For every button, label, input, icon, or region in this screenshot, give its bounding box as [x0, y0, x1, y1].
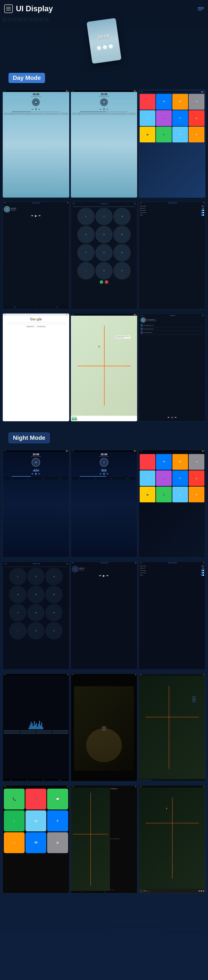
lm-list-item-2[interactable]: ♪ 华乐_经典_列表_总2.mp3 — [140, 327, 203, 331]
night-map-nav-1[interactable]: 📞 — [82, 891, 83, 892]
lm-list-item-3[interactable]: ♪ 华乐_经典_列表1.mp3 — [140, 331, 203, 334]
bt-prev[interactable]: ⏮ — [31, 214, 33, 217]
night-map-nav-2[interactable]: 🗺 — [104, 891, 105, 892]
call-btn[interactable]: 📞 — [100, 280, 103, 284]
night-app-waze[interactable]: W — [172, 487, 188, 502]
eq-nav-4[interactable]: AUTO — [59, 780, 61, 781]
night-nav-auto-2[interactable]: AUTO — [126, 478, 129, 479]
menu-icon[interactable] — [4, 5, 13, 13]
night-play-1[interactable]: ⏸ — [35, 472, 37, 476]
eq-nav-2[interactable]: 🎵 — [27, 780, 28, 781]
key-0[interactable]: 0 — [95, 262, 113, 280]
night-key-5[interactable]: 5 — [27, 586, 44, 603]
night-nav-map-1[interactable]: 🗺 — [43, 478, 44, 479]
prev-btn-2[interactable]: ⏮ — [100, 108, 101, 110]
night-key-0[interactable]: 0 — [27, 622, 44, 640]
eq-btn-6[interactable] — [20, 732, 36, 734]
night-nav-phone-1[interactable]: 📞 — [11, 478, 12, 479]
night-app-carplay[interactable]: 🚗 — [156, 471, 172, 486]
night-nav-music-2[interactable]: 🎵 — [95, 478, 96, 479]
eq-nav-3[interactable]: 🗺 — [43, 780, 44, 781]
night-app-music[interactable]: ♪ — [140, 454, 155, 470]
night-app-camera[interactable]: 📷 — [140, 487, 155, 502]
night-cp-apple-music[interactable]: ♫ — [4, 832, 25, 853]
night-app-youtube[interactable]: ▶ — [189, 487, 204, 502]
night-toggle-answer[interactable] — [201, 570, 204, 571]
night-nav-music-1[interactable]: 🎵 — [27, 478, 28, 479]
night-app-phone[interactable]: 📞 — [156, 487, 172, 502]
eq-btn-5[interactable] — [4, 732, 19, 734]
app-camera[interactable]: 📷 — [140, 127, 155, 142]
app-maps[interactable]: 🗺 — [156, 94, 172, 110]
night-toggle-connect[interactable] — [201, 572, 204, 573]
night-cp-spotify[interactable]: ♪ — [4, 810, 25, 831]
night-key-6[interactable]: 6 — [45, 586, 63, 603]
nav-music-1[interactable]: 🎵 — [27, 113, 28, 114]
end-call-btn[interactable]: 📵 — [105, 280, 108, 284]
google-lucky-btn[interactable]: I'm Feeling Lucky — [36, 325, 46, 328]
lm-play-btn[interactable]: ⏸ — [171, 416, 173, 419]
eq-btn-7[interactable] — [36, 732, 52, 734]
lm-prev-btn[interactable]: ⏮ — [168, 416, 169, 419]
night-cp-maps[interactable]: 🗺 — [25, 832, 46, 853]
nav-auto-1[interactable]: AUTO — [58, 113, 61, 114]
toggle-auto-connect[interactable] — [201, 212, 204, 213]
key-9[interactable]: 9 — [113, 244, 131, 261]
nav-auto[interactable]: AUTO — [56, 307, 58, 307]
night-app-bt[interactable]: BT — [172, 471, 188, 486]
lm-next-btn[interactable]: ⏭ — [175, 416, 176, 419]
map-go-button[interactable]: GO — [72, 418, 77, 420]
key-hash[interactable]: # — [113, 262, 131, 280]
google-search-bar[interactable] — [7, 322, 65, 325]
night-nav-map-2[interactable]: 🗺 — [111, 478, 112, 479]
night-app-photos[interactable]: 🖼 — [172, 454, 188, 470]
night-key-4[interactable]: 4 — [9, 586, 27, 603]
key-2[interactable]: 2 — [95, 208, 113, 225]
night-prev-2[interactable]: ⏮ — [100, 473, 101, 475]
next-btn-1[interactable]: ⏭ — [38, 108, 40, 110]
night-cp-podcast[interactable]: 🎙 — [47, 810, 68, 831]
google-search-btn[interactable]: Google Search — [26, 325, 35, 328]
night-cp-music[interactable]: 🎵 — [25, 789, 46, 810]
nav-dial[interactable]: 📞 — [35, 307, 36, 307]
night-cp-phone[interactable]: 📞 — [4, 789, 25, 810]
nav-email[interactable]: EMAIL — [14, 307, 16, 307]
night-key-3[interactable]: 3 — [45, 568, 63, 585]
eq-btn-2[interactable] — [20, 730, 36, 732]
app-photos[interactable]: 🖼 — [172, 94, 188, 110]
prev-btn-1[interactable]: ⏮ — [32, 108, 33, 110]
eq-btn-8[interactable] — [52, 732, 68, 734]
play-btn-2[interactable]: ⏸ — [102, 108, 106, 111]
night-cp-waze[interactable]: W — [25, 810, 46, 831]
bt-play[interactable]: ▶ — [35, 214, 37, 217]
bt-next[interactable]: ⏭ — [39, 214, 41, 217]
toggle-auto-answer[interactable] — [201, 210, 204, 211]
toggle-power[interactable] — [201, 214, 204, 216]
key-star[interactable]: * — [77, 262, 95, 280]
key-6[interactable]: 6 — [113, 226, 131, 243]
app-settings[interactable]: ⚙ — [189, 94, 204, 110]
night-next-1[interactable]: ⏭ — [38, 473, 40, 475]
next-btn-2[interactable]: ⏭ — [107, 108, 108, 110]
app-music[interactable]: ♪ — [140, 94, 155, 110]
eq-nav-1[interactable]: 📞 — [10, 780, 11, 781]
nav-phone-1[interactable]: 📞 — [11, 113, 12, 114]
nav-music-2[interactable]: 🎵 — [95, 113, 96, 114]
eq-btn-4[interactable] — [52, 730, 68, 732]
app-radio[interactable]: 📻 — [189, 110, 204, 126]
key-7[interactable]: 7 — [77, 244, 95, 261]
night-app-settings[interactable]: ⚙ — [189, 454, 204, 470]
app-bt[interactable]: BT — [172, 110, 188, 126]
night-app-telegram[interactable]: ✈ — [140, 471, 155, 486]
play-btn-1[interactable]: ⏸ — [35, 108, 37, 111]
night-key-2[interactable]: 2 — [27, 568, 44, 585]
night-toggle-power[interactable] — [201, 574, 204, 576]
night-map-nav-3[interactable]: ♪ — [126, 891, 126, 892]
lm-list-item-1[interactable]: ♪ 华乐_经典_列表_总1.mp3 — [140, 323, 203, 327]
night-key-star[interactable]: * — [9, 622, 27, 640]
night-play-2[interactable]: ⏸ — [102, 472, 106, 476]
key-4[interactable]: 4 — [77, 226, 95, 243]
night-key-7[interactable]: 7 — [9, 604, 27, 621]
night-bt-play[interactable]: ▶ — [103, 574, 105, 577]
key-8[interactable]: 8 — [95, 244, 113, 261]
